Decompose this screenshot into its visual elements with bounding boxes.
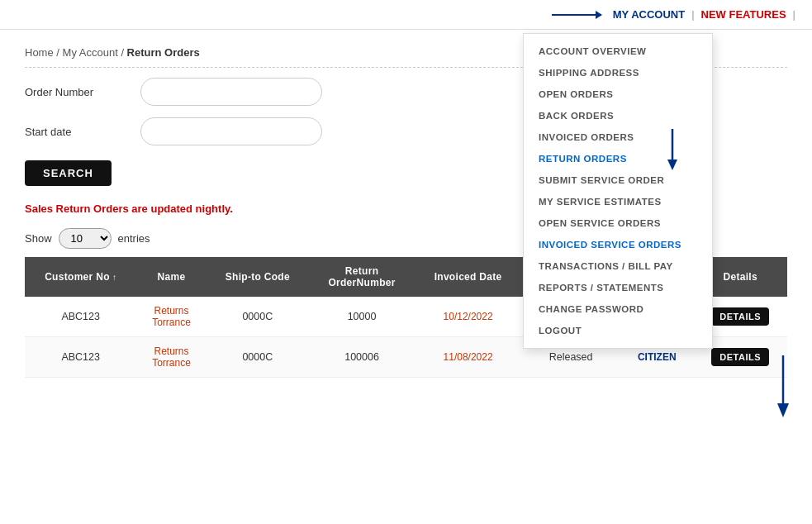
svg-marker-3: [777, 403, 789, 417]
nav-separator: |: [691, 8, 694, 21]
menu-item-invoiced-service-orders[interactable]: INVOICED SERVICE ORDERS: [524, 234, 712, 255]
menu-item-account-overview[interactable]: ACCOUNT OVERVIEW: [524, 40, 712, 62]
new-features-link[interactable]: NEW FEATURES: [701, 8, 786, 21]
menu-item-change-password[interactable]: CHANGE PASSWORD: [524, 298, 712, 320]
menu-item-shipping-address[interactable]: SHIPPING ADDRESS: [524, 62, 712, 83]
arrow-right-annotation: [552, 14, 601, 16]
account-dropdown-menu: ACCOUNT OVERVIEW SHIPPING ADDRESS OPEN O…: [523, 33, 713, 349]
cell-return-order-number: 10000: [309, 297, 415, 337]
down-arrow-svg: [771, 355, 795, 422]
menu-item-back-orders[interactable]: BACK ORDERS: [524, 105, 712, 126]
col-name: Name: [136, 257, 206, 297]
details-button-1[interactable]: DETAILS: [711, 307, 769, 326]
cell-customer-no: ABC123: [25, 337, 136, 378]
breadcrumb-current: Return Orders: [127, 46, 200, 59]
start-date-input[interactable]: [140, 117, 322, 145]
cell-ship-to-code: 0000C: [207, 337, 309, 378]
menu-item-invoiced-orders[interactable]: INVOICED ORDERS: [524, 126, 712, 148]
menu-item-return-orders[interactable]: RETURN ORDERS: [524, 148, 712, 169]
menu-item-reports-statements[interactable]: REPORTS / STATEMENTS: [524, 277, 712, 298]
menu-item-open-orders[interactable]: OPEN ORDERS: [524, 83, 712, 105]
down-arrow-right-annotation: [771, 355, 795, 424]
col-invoiced-date: Invoiced Date: [415, 257, 521, 297]
nav-separator-2: |: [793, 8, 795, 21]
entries-select[interactable]: 10 25 50 100: [59, 228, 112, 249]
start-date-label: Start date: [25, 126, 140, 138]
details-button-2[interactable]: DETAILS: [711, 348, 769, 366]
menu-item-open-service-orders[interactable]: OPEN SERVICE ORDERS: [524, 212, 712, 234]
breadcrumb-my-account[interactable]: My Account: [63, 46, 118, 59]
menu-item-transactions-bill-pay[interactable]: TRANSACTIONS / BILL PAY: [524, 255, 712, 277]
order-number-label: Order Number: [25, 86, 140, 98]
entries-label: entries: [118, 232, 150, 245]
col-customer-no[interactable]: Customer No: [25, 257, 136, 297]
menu-item-logout[interactable]: LOGOUT: [524, 320, 712, 341]
cell-invoiced-date: 11/08/2022: [415, 337, 521, 378]
cell-ship-to-code: 0000C: [207, 297, 309, 337]
col-ship-to-code: Ship-to Code: [207, 257, 309, 297]
cell-name: ReturnsTorrance: [136, 297, 206, 337]
top-nav-links: MY ACCOUNT | NEW FEATURES |: [552, 8, 795, 21]
cell-invoiced-date: 10/12/2022: [415, 297, 521, 337]
cell-name: ReturnsTorrance: [136, 337, 206, 378]
my-account-link[interactable]: MY ACCOUNT: [613, 8, 685, 21]
cell-return-order-number: 100006: [309, 337, 415, 378]
menu-item-submit-service-order[interactable]: SUBMIT SERVICE ORDER: [524, 169, 712, 191]
col-return-order-number: ReturnOrderNumber: [309, 257, 415, 297]
menu-item-my-service-estimates[interactable]: MY SERVICE ESTIMATES: [524, 191, 712, 212]
breadcrumb-home[interactable]: Home: [25, 46, 54, 59]
top-nav: MY ACCOUNT | NEW FEATURES | ACCOUNT OVER…: [0, 0, 812, 30]
search-button[interactable]: SEARCH: [25, 160, 112, 186]
order-number-input[interactable]: [140, 78, 322, 106]
cell-customer-no: ABC123: [25, 297, 136, 337]
show-label: Show: [25, 232, 52, 245]
